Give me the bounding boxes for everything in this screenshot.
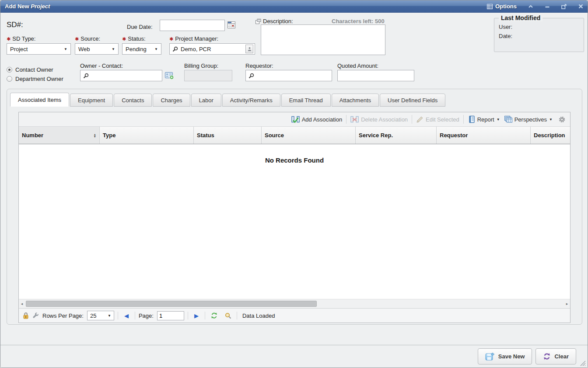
description-popout-icon[interactable]: [256, 19, 261, 24]
perspectives-button[interactable]: Perspectives ▼: [504, 115, 553, 123]
pagination-bar: Rows Per Page: 25 ▼ ◀ Page: ▶: [19, 308, 570, 323]
pencil-icon: [416, 116, 424, 123]
no-records-message: No Records Found: [19, 144, 570, 164]
rows-per-page-label: Rows Per Page:: [42, 312, 84, 319]
column-header-status[interactable]: Status: [194, 127, 262, 144]
edit-selected-button[interactable]: Edit Selected: [416, 116, 459, 123]
tab-attachments[interactable]: Attachments: [332, 94, 379, 107]
tab-activity-remarks[interactable]: Activity/Remarks: [222, 94, 280, 107]
column-header-source[interactable]: Source: [262, 127, 356, 144]
add-contact-card-icon[interactable]: [165, 72, 174, 80]
pager-separator: [118, 312, 118, 319]
pager-separator: [237, 312, 237, 319]
person-icon: [248, 47, 252, 52]
search-icon: [83, 73, 89, 79]
wrench-icon[interactable]: [32, 312, 39, 319]
due-date-label: Due Date:: [127, 24, 153, 30]
lock-icon[interactable]: [23, 312, 29, 319]
clear-button[interactable]: Clear: [536, 348, 576, 365]
minimize-button[interactable]: [545, 4, 550, 9]
options-button[interactable]: Options: [487, 3, 517, 10]
clear-refresh-icon: [543, 353, 551, 360]
add-association-button[interactable]: Add Association: [291, 115, 343, 123]
grid-toolbar: Add Association Delete Association Edit …: [19, 112, 570, 127]
column-header-requestor[interactable]: Requestor: [437, 127, 531, 144]
window-resize-handle[interactable]: [580, 360, 586, 366]
tab-labor[interactable]: Labor: [191, 94, 221, 107]
report-button[interactable]: Report ▼: [468, 115, 500, 123]
column-header-number[interactable]: Number ▲▼: [19, 127, 100, 144]
status-select[interactable]: Pending▼: [122, 43, 161, 55]
popout-icon: [561, 4, 567, 9]
scrollbar-thumb[interactable]: [26, 301, 317, 307]
due-date-input[interactable]: [160, 20, 225, 31]
contact-owner-radio[interactable]: Contact Owner: [7, 66, 53, 73]
save-new-icon: [485, 352, 495, 361]
rows-per-page-select[interactable]: 25 ▼: [87, 311, 114, 320]
rows-per-page-value: 25: [90, 312, 96, 319]
required-asterisk-icon: ✱: [7, 36, 10, 42]
page-label: Page:: [139, 312, 154, 319]
dropdown-arrow-icon: ▼: [112, 47, 115, 51]
collapse-button[interactable]: [528, 4, 533, 9]
grid-body: No Records Found: [19, 144, 570, 299]
refresh-icon[interactable]: [209, 312, 220, 319]
sd-number-label: SD#:: [7, 21, 23, 29]
sd-type-value: Project: [10, 46, 28, 52]
scroll-left-icon[interactable]: ◂: [19, 302, 25, 306]
column-header-type[interactable]: Type: [100, 127, 194, 144]
department-owner-label: Department Owner: [15, 76, 63, 82]
department-owner-radio[interactable]: Department Owner: [7, 76, 63, 82]
scroll-right-icon[interactable]: ▸: [564, 302, 570, 306]
close-button[interactable]: [578, 4, 583, 9]
previous-page-icon[interactable]: ◀: [122, 312, 131, 319]
source-value: Web: [78, 46, 90, 52]
delete-association-icon: [350, 115, 359, 123]
contact-owner-label: Contact Owner: [15, 66, 53, 73]
horizontal-scrollbar[interactable]: ◂ ▸: [19, 299, 570, 308]
edit-selected-label: Edit Selected: [426, 116, 459, 123]
delete-association-button[interactable]: Delete Association: [350, 115, 408, 123]
required-asterisk-icon: ✱: [122, 36, 126, 42]
column-header-description[interactable]: Description: [531, 127, 570, 144]
next-page-icon[interactable]: ▶: [192, 312, 201, 319]
quoted-amount-input[interactable]: [337, 70, 414, 81]
last-modified-user-label: User:: [499, 24, 512, 30]
tab-equipment[interactable]: Equipment: [70, 94, 113, 107]
tab-user-defined-fields[interactable]: User Defined Fields: [380, 94, 445, 107]
pager-separator: [188, 312, 188, 319]
sd-type-select[interactable]: Project▼: [7, 43, 71, 55]
detail-tab-panel: Associated Items Equipment Contacts Char…: [7, 89, 582, 325]
save-new-button[interactable]: Save New: [478, 348, 532, 365]
delete-association-label: Delete Association: [361, 116, 408, 123]
radio-unselected-icon: [7, 76, 12, 82]
page-input[interactable]: [157, 311, 184, 320]
project-manager-field[interactable]: Demo, PCR: [169, 43, 255, 55]
source-select[interactable]: Web▼: [75, 43, 119, 55]
requestor-field[interactable]: [245, 70, 332, 81]
scrollbar-track[interactable]: [25, 301, 564, 307]
tab-contacts[interactable]: Contacts: [114, 94, 152, 107]
options-list-icon: [487, 4, 493, 9]
add-association-label: Add Association: [302, 116, 343, 123]
owner-contact-label: Owner - Contact:: [80, 62, 123, 69]
radio-selected-icon: [7, 67, 12, 73]
popout-button[interactable]: [561, 4, 567, 9]
tab-charges[interactable]: Charges: [153, 94, 190, 107]
column-header-service-rep[interactable]: Service Rep.: [356, 127, 437, 144]
last-modified-panel: Last Modified User: Date:: [494, 18, 584, 52]
person-picker-button[interactable]: [245, 45, 253, 53]
sort-icon[interactable]: ▲▼: [94, 133, 96, 138]
clear-label: Clear: [554, 353, 569, 360]
minimize-icon: [545, 4, 550, 9]
last-modified-title: Last Modified: [499, 14, 542, 21]
tab-associated-items[interactable]: Associated Items: [10, 93, 69, 107]
search-records-icon[interactable]: [223, 312, 233, 319]
owner-contact-field[interactable]: [80, 70, 162, 81]
window-title-emphasis: Project: [31, 3, 50, 10]
grid-header-row: Number ▲▼ Type Status Source Service Rep…: [19, 127, 570, 144]
gear-icon[interactable]: [558, 116, 566, 123]
description-textarea[interactable]: [261, 24, 385, 55]
tab-email-thread[interactable]: Email Thread: [281, 94, 331, 107]
calendar-icon[interactable]: [228, 21, 235, 28]
